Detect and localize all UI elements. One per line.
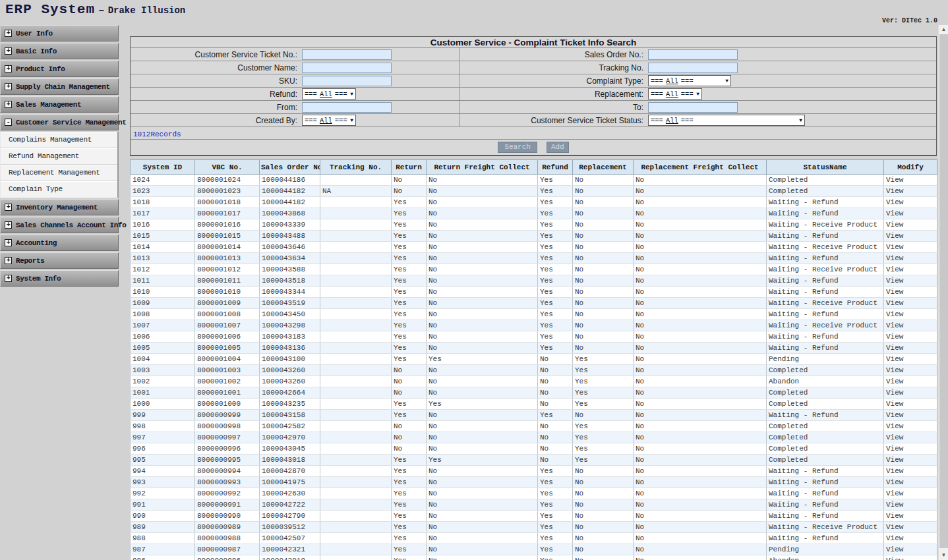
search-button[interactable]: Search: [498, 142, 537, 153]
sidebar-item-sales-channels-account-info[interactable]: +Sales Channels Account Info: [0, 217, 119, 233]
sidebar-item-accounting[interactable]: +Accounting: [0, 235, 119, 251]
view-link[interactable]: View: [884, 186, 937, 197]
sidebar-item-product-info[interactable]: +Product Info: [0, 61, 119, 77]
table-cell: Abandon: [767, 376, 884, 387]
table-cell: 986: [131, 555, 195, 560]
form-cell-from: From:: [131, 101, 460, 113]
view-link[interactable]: View: [884, 455, 937, 466]
view-link[interactable]: View: [884, 499, 937, 511]
sales-order-no-input[interactable]: [648, 49, 738, 60]
view-link[interactable]: View: [884, 555, 937, 560]
view-link[interactable]: View: [884, 488, 937, 499]
table-cell: 8000000990: [195, 511, 260, 522]
sidebar-item-reports[interactable]: +Reports: [0, 252, 119, 269]
view-link[interactable]: View: [884, 175, 937, 186]
view-link[interactable]: View: [884, 354, 937, 365]
table-cell: 1000043260: [260, 365, 320, 376]
table-cell: No: [427, 208, 538, 219]
table-cell: [320, 533, 392, 544]
table-cell: 8000000988: [195, 533, 260, 544]
view-link[interactable]: View: [884, 298, 937, 309]
view-link[interactable]: View: [884, 343, 937, 354]
view-link[interactable]: View: [884, 208, 937, 219]
view-link[interactable]: View: [884, 219, 937, 231]
sidebar-item-sales-management[interactable]: +Sales Management: [0, 96, 119, 113]
table-cell: Waiting - Refund: [767, 466, 884, 477]
sidebar-item-system-info[interactable]: +System Info: [0, 270, 119, 287]
view-link[interactable]: View: [884, 432, 937, 443]
sidebar-subitem-complain-type[interactable]: Complain Type: [1, 181, 117, 198]
ticket-no-input[interactable]: [302, 49, 392, 60]
complaint-type-select[interactable]: ===All===▼: [648, 75, 731, 86]
refund-select[interactable]: ===All===▼: [302, 88, 356, 99]
table-cell: 1016: [131, 219, 195, 231]
scrollbar-thumb[interactable]: [939, 34, 948, 548]
tracking-no-input[interactable]: [648, 63, 738, 73]
sidebar-item-supply-chain-management[interactable]: +Supply Chain Management: [0, 78, 119, 95]
dropdown-arrow-icon: ▼: [347, 91, 353, 97]
expand-icon: +: [5, 257, 12, 264]
scroll-down-icon[interactable]: ▼: [939, 551, 948, 560]
view-link[interactable]: View: [884, 275, 937, 287]
replacement-select[interactable]: ===All===▼: [648, 88, 702, 99]
view-link[interactable]: View: [884, 264, 937, 275]
customer-name-input[interactable]: [302, 63, 392, 73]
view-link[interactable]: View: [884, 443, 937, 455]
view-link[interactable]: View: [884, 309, 937, 320]
table-cell: No: [427, 466, 538, 477]
sidebar-item-customer-service-management[interactable]: -Customer Service Management: [0, 114, 119, 130]
view-link[interactable]: View: [884, 511, 937, 522]
view-link[interactable]: View: [884, 522, 937, 533]
table-cell: 8000000998: [195, 421, 260, 432]
from-input[interactable]: [302, 102, 392, 113]
table-cell: No: [392, 443, 427, 455]
vertical-scrollbar[interactable]: ▲ ▼: [938, 25, 948, 560]
ticket-status-select[interactable]: ===All===▼: [648, 115, 805, 126]
expand-icon: +: [5, 101, 12, 108]
table-cell: Completed: [767, 365, 884, 376]
sidebar-item-inventory-management[interactable]: +Inventory Management: [0, 199, 119, 215]
view-link[interactable]: View: [884, 533, 937, 544]
sidebar-subitem-complains-management[interactable]: Complains Management: [1, 132, 117, 148]
table-cell: [320, 287, 392, 298]
view-link[interactable]: View: [884, 399, 937, 410]
table-cell: [320, 253, 392, 264]
form-cell-sku: SKU:: [131, 74, 460, 87]
table-cell: 993: [131, 477, 195, 488]
scroll-up-icon[interactable]: ▲: [939, 25, 948, 34]
table-row: 100680000010061000043183YesNoYesNoNoWait…: [131, 331, 937, 343]
table-cell: No: [634, 432, 767, 443]
view-link[interactable]: View: [884, 287, 937, 298]
sidebar-subitem-refund-management[interactable]: Refund Management: [1, 148, 117, 165]
view-link[interactable]: View: [884, 387, 937, 399]
add-button[interactable]: Add: [547, 142, 569, 153]
created-by-select[interactable]: ===All===▼: [302, 115, 356, 126]
view-link[interactable]: View: [884, 242, 937, 253]
table-cell: Yes: [538, 555, 573, 560]
view-link[interactable]: View: [884, 421, 937, 432]
sku-input[interactable]: [302, 76, 392, 86]
view-link[interactable]: View: [884, 376, 937, 387]
view-link[interactable]: View: [884, 365, 937, 376]
table-cell: 1000043339: [260, 219, 320, 231]
view-link[interactable]: View: [884, 231, 937, 242]
sidebar-subitem-replacement-management[interactable]: Replacement Management: [1, 165, 117, 181]
sidebar-item-user-info[interactable]: +User Info: [0, 25, 119, 42]
view-link[interactable]: View: [884, 466, 937, 477]
view-link[interactable]: View: [884, 320, 937, 331]
view-link[interactable]: View: [884, 544, 937, 555]
to-input[interactable]: [648, 102, 738, 113]
table-cell: [320, 175, 392, 186]
table-row: 102480000010241000044186NoNoYesNoNoCompl…: [131, 175, 937, 186]
sidebar-item-basic-info[interactable]: +Basic Info: [0, 43, 119, 59]
table-cell: No: [573, 264, 634, 275]
view-link[interactable]: View: [884, 410, 937, 421]
table-cell: No: [427, 253, 538, 264]
table-cell: [320, 432, 392, 443]
view-link[interactable]: View: [884, 253, 937, 264]
view-link[interactable]: View: [884, 197, 937, 208]
table-cell: 8000000997: [195, 432, 260, 443]
table-cell: Yes: [538, 343, 573, 354]
view-link[interactable]: View: [884, 477, 937, 488]
view-link[interactable]: View: [884, 331, 937, 343]
